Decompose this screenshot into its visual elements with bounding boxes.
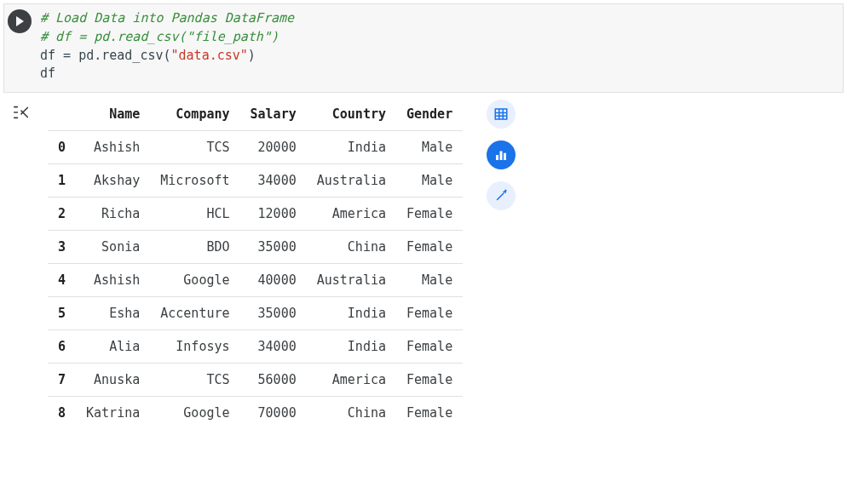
cell: China	[307, 231, 396, 264]
cell: Esha	[76, 297, 150, 330]
cell: BDO	[150, 231, 239, 264]
cell: Male	[396, 131, 463, 164]
cell: 56000	[240, 364, 307, 397]
cell: Female	[396, 231, 463, 264]
svg-rect-8	[504, 153, 506, 160]
cell: Female	[396, 364, 463, 397]
cell: Alia	[76, 330, 150, 364]
cell: HCL	[150, 198, 239, 231]
cell: China	[307, 397, 396, 430]
cell: Australia	[307, 264, 396, 297]
play-icon	[14, 15, 26, 27]
row-index: 1	[48, 164, 76, 198]
chart-icon	[493, 147, 509, 163]
cell: 35000	[240, 231, 307, 264]
svg-line-9	[498, 193, 504, 200]
suggest-button[interactable]	[487, 181, 516, 210]
output-gutter	[3, 98, 39, 429]
cell: TCS	[150, 364, 239, 397]
cell: Richa	[76, 198, 150, 231]
cell: Google	[150, 397, 239, 430]
cell: 34000	[240, 164, 307, 198]
row-index: 4	[48, 264, 76, 297]
cell: India	[307, 131, 396, 164]
svg-rect-1	[495, 109, 507, 119]
row-index: 5	[48, 297, 76, 330]
table-view-button[interactable]	[487, 100, 516, 129]
code-line-4: df	[40, 66, 55, 81]
table-row: 3SoniaBDO35000ChinaFemale	[48, 231, 463, 264]
code-editor[interactable]: # Load Data into Pandas DataFrame # df =…	[40, 9, 836, 83]
cell: 70000	[240, 397, 307, 430]
table-row: 6AliaInfosys34000IndiaFemale	[48, 330, 463, 364]
cell: 12000	[240, 198, 307, 231]
row-index: 0	[48, 131, 76, 164]
variable-inspector-icon[interactable]	[12, 103, 31, 429]
cell: 35000	[240, 297, 307, 330]
cell: Female	[396, 330, 463, 364]
cell: Female	[396, 297, 463, 330]
code-line-3: df = pd.read_csv("data.csv")	[40, 48, 256, 63]
cell: Ashish	[76, 264, 150, 297]
table-row: 7AnuskaTCS56000AmericaFemale	[48, 364, 463, 397]
cell: Microsoft	[150, 164, 239, 198]
cell: 34000	[240, 330, 307, 364]
cell: America	[307, 364, 396, 397]
dataframe-tools	[487, 98, 516, 210]
output-area: Name Company Salary Country Gender 0Ashi…	[3, 98, 844, 429]
row-index: 2	[48, 198, 76, 231]
table-row: 2RichaHCL12000AmericaFemale	[48, 198, 463, 231]
cell: Female	[396, 198, 463, 231]
cell: Infosys	[150, 330, 239, 364]
cell: Akshay	[76, 164, 150, 198]
cell: Male	[396, 264, 463, 297]
col-company: Company	[150, 98, 239, 131]
cell: 40000	[240, 264, 307, 297]
cell: Female	[396, 397, 463, 430]
magic-wand-icon	[493, 188, 509, 203]
cell: TCS	[150, 131, 239, 164]
cell: India	[307, 330, 396, 364]
table-row: 5EshaAccenture35000IndiaFemale	[48, 297, 463, 330]
svg-marker-0	[16, 16, 24, 26]
code-comment-1: # Load Data into Pandas DataFrame	[40, 10, 294, 26]
cell: America	[307, 198, 396, 231]
table-row: 8KatrinaGoogle70000ChinaFemale	[48, 397, 463, 430]
table-row: 0AshishTCS20000IndiaMale	[48, 131, 463, 164]
svg-rect-6	[496, 155, 498, 160]
row-index: 3	[48, 231, 76, 264]
cell: Katrina	[76, 397, 150, 430]
cell: Male	[396, 164, 463, 198]
cell: Ashish	[76, 131, 150, 164]
cell: Google	[150, 264, 239, 297]
cell: India	[307, 297, 396, 330]
cell: Australia	[307, 164, 396, 198]
cell: Accenture	[150, 297, 239, 330]
code-comment-2: # df = pd.read_csv("file_path")	[40, 29, 279, 44]
code-cell: # Load Data into Pandas DataFrame # df =…	[3, 3, 844, 93]
cell: Anuska	[76, 364, 150, 397]
col-name: Name	[76, 98, 150, 131]
row-index: 7	[48, 364, 76, 397]
table-row: 4AshishGoogle40000AustraliaMale	[48, 264, 463, 297]
row-index: 6	[48, 330, 76, 364]
dataframe-header-row: Name Company Salary Country Gender	[48, 98, 463, 131]
cell: 20000	[240, 131, 307, 164]
table-view-icon	[493, 106, 509, 122]
svg-rect-7	[500, 152, 503, 161]
col-gender: Gender	[396, 98, 463, 131]
row-index: 8	[48, 397, 76, 430]
dataframe-index-header	[48, 98, 76, 131]
col-country: Country	[307, 98, 396, 131]
table-row: 1AkshayMicrosoft34000AustraliaMale	[48, 164, 463, 198]
cell: Sonia	[76, 231, 150, 264]
col-salary: Salary	[240, 98, 307, 131]
dataframe-table: Name Company Salary Country Gender 0Ashi…	[48, 98, 463, 429]
run-button[interactable]	[8, 9, 32, 33]
chart-button[interactable]	[487, 140, 516, 169]
